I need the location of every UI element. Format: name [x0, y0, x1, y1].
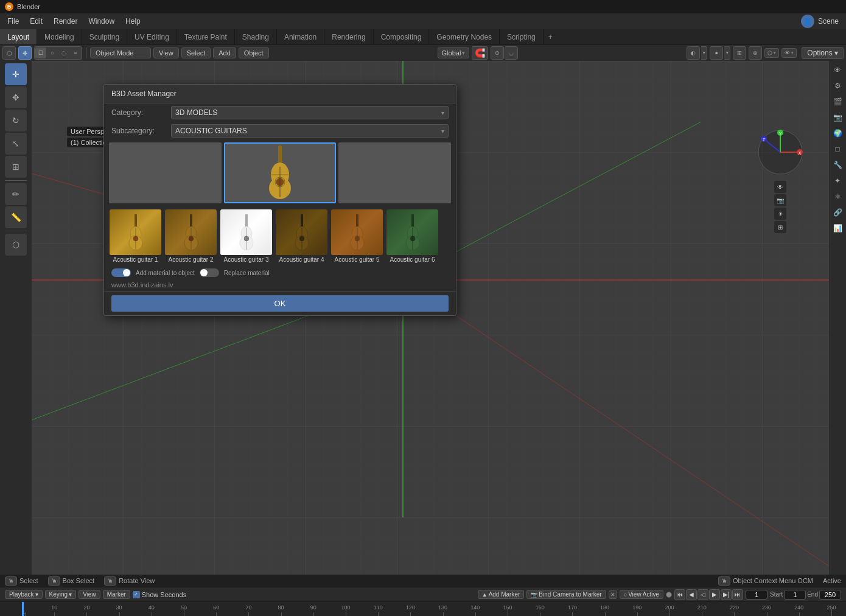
cursor-tool-btn[interactable]: ✛	[5, 63, 27, 85]
guitar-thumb-2[interactable]: Acoustic guitar 2	[164, 208, 217, 264]
menu-render[interactable]: Render	[49, 16, 82, 27]
scale-tool-btn[interactable]: ⤡	[5, 133, 27, 155]
add-marker-btn[interactable]: ▲ Add Marker	[478, 590, 525, 599]
material-shading[interactable]: ●	[710, 46, 723, 60]
status-box-select: 🖱 Box Select	[48, 576, 95, 586]
options-label[interactable]: Options ▾	[802, 47, 844, 59]
guitar-thumb-5[interactable]: Acoustic guitar 5	[330, 208, 383, 264]
right-world-icon[interactable]: 🌍	[831, 127, 844, 140]
end-frame[interactable]: 250	[819, 590, 841, 600]
tab-layout[interactable]: Layout	[0, 29, 37, 44]
view-active-btn[interactable]: ○ View Active	[620, 590, 663, 599]
guitar-thumb-1[interactable]: Acoustic guitar 1	[109, 208, 162, 264]
tab-texture-paint[interactable]: Texture Paint	[177, 29, 235, 44]
gizmo-persp-btn[interactable]: 👁	[774, 181, 786, 193]
ok-button[interactable]: OK	[111, 295, 449, 312]
view-menu[interactable]: View	[153, 47, 179, 58]
object-menu[interactable]: Object	[239, 47, 269, 58]
snap-button[interactable]: 🧲	[472, 46, 488, 60]
box-select-tool[interactable]: ☐	[35, 47, 46, 58]
proportional-edit[interactable]: ⊙	[491, 46, 504, 60]
right-object-icon[interactable]: □	[831, 142, 844, 156]
right-particles-icon[interactable]: ✦	[831, 174, 844, 187]
right-scene-icon[interactable]: 🎬	[831, 95, 844, 108]
rotate-tool-btn[interactable]: ↻	[5, 110, 27, 131]
shading-dropdown[interactable]: ▾	[701, 46, 707, 60]
tab-geometry-nodes[interactable]: Geometry Nodes	[429, 29, 500, 44]
start-frame[interactable]: 1	[784, 590, 806, 600]
next-frame-btn[interactable]: ▶|	[721, 589, 732, 600]
category-select[interactable]: 3D MODELS ▾	[171, 106, 449, 119]
viewport-gizmo[interactable]: X Y Z 👁 📷 ☀ ⊞	[756, 128, 805, 177]
add-workspace-tab[interactable]: +	[544, 30, 558, 44]
current-frame[interactable]: 1	[746, 590, 767, 600]
tab-modeling[interactable]: Modeling	[37, 29, 82, 44]
right-modifier-icon[interactable]: 🔧	[831, 158, 844, 172]
view-dropdown[interactable]: View	[79, 590, 100, 599]
tab-animation[interactable]: Animation	[277, 29, 324, 44]
tab-sculpting[interactable]: Sculpting	[82, 29, 127, 44]
mode-dropdown[interactable]: Object Mode	[90, 47, 151, 58]
menu-window[interactable]: Window	[83, 16, 119, 27]
right-view-icon[interactable]: 👁	[831, 63, 844, 77]
add-menu[interactable]: Add	[213, 47, 236, 58]
preview-selected[interactable]	[224, 142, 337, 203]
menu-file[interactable]: File	[2, 16, 24, 27]
circle-select-tool[interactable]: ○	[47, 47, 58, 58]
jump-end-btn[interactable]: ⏭	[732, 589, 743, 600]
bind-close-btn[interactable]: ✕	[609, 590, 617, 599]
tab-uv-editing[interactable]: UV Editing	[127, 29, 177, 44]
transform-orientations: ⊙ ◡	[491, 46, 518, 60]
lasso-select-tool[interactable]: ◌	[58, 47, 69, 58]
more-select-tool[interactable]: ≡	[70, 47, 81, 58]
replace-material-toggle[interactable]	[200, 268, 219, 277]
add-material-toggle[interactable]	[111, 268, 131, 277]
play-btn[interactable]: ▶	[709, 589, 720, 600]
keying-dropdown[interactable]: Keying ▾	[45, 590, 77, 599]
menu-edit[interactable]: Edit	[25, 16, 47, 27]
viewport-overlay-btn[interactable]: ⊞	[733, 46, 746, 60]
prev-frame-btn[interactable]: ◀	[686, 589, 697, 600]
measure-tool-btn[interactable]: 📏	[5, 206, 27, 228]
right-physics-icon[interactable]: ⚛	[831, 190, 844, 203]
annotate-tool-btn[interactable]: ✏	[5, 183, 27, 205]
guitar-thumb-3[interactable]: Acoustic guitar 3	[220, 208, 273, 264]
play-reverse-btn[interactable]: ◁	[697, 589, 708, 600]
global-dropdown[interactable]: Global▾	[438, 47, 470, 58]
xray-toggle[interactable]: ⬡▾	[764, 48, 779, 58]
ruler-tick	[152, 612, 152, 616]
right-constraints-icon[interactable]: 🔗	[831, 206, 844, 219]
toolbar-icon-1[interactable]: ⬡	[2, 46, 16, 60]
cursor-tool[interactable]: ✛	[18, 46, 32, 60]
mouse-right-icon: 🖱	[104, 576, 116, 586]
show-hide-btn[interactable]: 👁▾	[781, 48, 797, 58]
material-dropdown[interactable]: ▾	[724, 46, 730, 60]
guitar-thumb-6[interactable]: Acoustic guitar 6	[386, 208, 439, 264]
timeline-ruler[interactable]: 1020304050607080901001101201301401501601…	[0, 602, 846, 616]
move-tool-btn[interactable]: ✥	[5, 86, 27, 108]
gizmo-sun-btn[interactable]: ☀	[774, 208, 786, 220]
gizmos-btn[interactable]: ⊕	[749, 46, 762, 60]
tab-compositing[interactable]: Compositing	[374, 29, 430, 44]
right-data-icon[interactable]: 📊	[831, 222, 844, 235]
proportional-falloff[interactable]: ◡	[505, 46, 518, 60]
tab-shading[interactable]: Shading	[235, 29, 277, 44]
right-filter-icon[interactable]: ⚙	[831, 79, 844, 93]
solid-shading[interactable]: ◐	[687, 46, 700, 60]
tab-rendering[interactable]: Rendering	[324, 29, 373, 44]
transform-tool-btn[interactable]: ⊞	[5, 156, 27, 178]
gizmo-grid-btn[interactable]: ⊞	[774, 221, 786, 233]
tab-scripting[interactable]: Scripting	[500, 29, 544, 44]
show-seconds-check[interactable]: ✓ Show Seconds	[133, 591, 186, 598]
gizmo-camera-btn[interactable]: 📷	[774, 194, 786, 206]
playback-dropdown[interactable]: Playback ▾	[5, 590, 43, 599]
select-menu[interactable]: Select	[181, 47, 211, 58]
right-render-icon[interactable]: 📷	[831, 111, 844, 124]
subcategory-select[interactable]: ACOUSTIC GUITARS ▾	[171, 124, 449, 138]
bind-camera-btn[interactable]: 📷 Bind Camera to Marker	[526, 590, 606, 599]
add-cube-btn[interactable]: ⬡	[5, 234, 27, 256]
marker-dropdown[interactable]: Marker	[103, 590, 130, 599]
guitar-thumb-4[interactable]: Acoustic guitar 4	[275, 208, 328, 264]
jump-start-btn[interactable]: ⏮	[674, 589, 685, 600]
menu-help[interactable]: Help	[121, 16, 145, 27]
